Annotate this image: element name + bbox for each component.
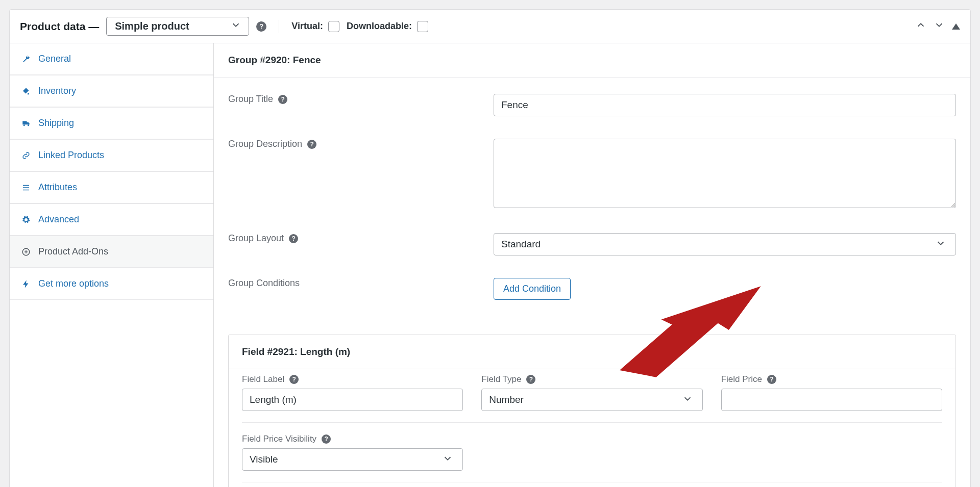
label-field-label: Field Label	[242, 374, 284, 385]
chevron-down-icon	[442, 453, 453, 467]
help-icon[interactable]: ?	[307, 140, 316, 149]
tab-label: Inventory	[38, 86, 76, 96]
field-card: Field #2921: Length (m) Field Label? Fie…	[228, 335, 956, 487]
row-group-conditions: Group Conditions Add Condition	[228, 267, 956, 311]
price-visibility-select[interactable]: Visible	[242, 448, 463, 471]
label-group-description: Group Description	[228, 139, 302, 149]
panel-body: General Inventory Shipping Linked Produc…	[10, 43, 970, 487]
tab-label: Linked Products	[38, 150, 104, 161]
tab-label: Product Add-Ons	[38, 246, 108, 257]
chevron-down-icon	[935, 238, 946, 251]
gear-icon	[21, 215, 31, 225]
tab-label: General	[38, 54, 71, 64]
downloadable-label: Downloadable:	[347, 21, 412, 32]
help-icon[interactable]: ?	[526, 375, 535, 384]
virtual-label: Virtual:	[291, 21, 323, 32]
chevron-down-icon	[230, 19, 241, 33]
field-heading: Field #2921: Length (m)	[229, 335, 955, 369]
chevron-down-icon	[682, 393, 693, 407]
label-group-layout: Group Layout	[228, 233, 284, 244]
help-icon[interactable]: ?	[767, 375, 776, 384]
group-title-input[interactable]	[494, 94, 956, 116]
plus-circle-icon	[21, 247, 31, 257]
bolt-icon	[21, 279, 31, 289]
field-label-input[interactable]	[242, 389, 463, 411]
chevron-up-icon[interactable]	[915, 19, 926, 33]
help-icon[interactable]: ?	[322, 434, 331, 444]
field-row-3: Required Field? ? Flat Rate? ?	[242, 482, 942, 487]
group-layout-value: Standard	[501, 239, 541, 250]
downloadable-toggle[interactable]: Downloadable:	[347, 21, 428, 32]
tab-advanced[interactable]: Advanced	[10, 203, 213, 236]
panel-head-controls	[915, 19, 960, 33]
tab-label: Get more options	[38, 278, 109, 289]
panel-title: Product data —	[20, 20, 99, 33]
truck-icon	[21, 118, 31, 129]
tab-linked-products[interactable]: Linked Products	[10, 139, 213, 171]
addon-content: Group #2920: Fence Group Title ? Group D…	[214, 43, 970, 487]
wrench-icon	[21, 54, 31, 64]
label-price-visibility: Field Price Visibility	[242, 434, 316, 444]
chevron-down-icon[interactable]	[934, 19, 945, 33]
tab-attributes[interactable]: Attributes	[10, 171, 213, 203]
checkbox-icon	[417, 21, 428, 32]
tab-inventory[interactable]: Inventory	[10, 75, 213, 107]
field-type-value: Number	[489, 394, 524, 405]
row-group-layout: Group Layout ? Standard	[228, 222, 956, 267]
tab-label: Attributes	[38, 182, 77, 193]
help-icon[interactable]: ?	[278, 95, 287, 104]
help-icon[interactable]: ?	[289, 375, 299, 384]
link-icon	[21, 150, 31, 161]
field-row-2: Field Price Visibility? Visible	[242, 422, 942, 471]
row-group-description: Group Description ?	[228, 127, 956, 222]
virtual-toggle[interactable]: Virtual:	[291, 21, 339, 32]
row-group-title: Group Title ?	[228, 83, 956, 127]
help-icon[interactable]: ?	[256, 21, 266, 32]
tab-label: Shipping	[38, 118, 74, 129]
tab-general[interactable]: General	[10, 43, 213, 75]
field-type-select[interactable]: Number	[481, 389, 702, 411]
checkbox-icon	[328, 21, 339, 32]
product-type-value: Simple product	[115, 20, 189, 32]
tabs-sidebar: General Inventory Shipping Linked Produc…	[10, 43, 214, 487]
label-field-type: Field Type	[481, 374, 521, 385]
group-form: Group Title ? Group Description ?	[214, 78, 970, 316]
group-description-input[interactable]	[494, 139, 956, 208]
product-data-panel: Product data — Simple product ? Virtual:…	[9, 9, 971, 487]
tab-shipping[interactable]: Shipping	[10, 107, 213, 139]
group-layout-select[interactable]: Standard	[494, 233, 956, 255]
fill-icon	[21, 86, 31, 96]
product-type-select[interactable]: Simple product	[106, 17, 249, 36]
add-condition-button[interactable]: Add Condition	[494, 278, 571, 300]
label-group-title: Group Title	[228, 94, 273, 105]
field-row-1: Field Label? Field Type? Number Field Pr…	[242, 374, 942, 411]
triangle-up-icon[interactable]	[952, 23, 960, 30]
field-price-input[interactable]	[721, 389, 942, 411]
price-visibility-value: Visible	[250, 454, 278, 465]
label-field-price: Field Price	[721, 374, 762, 385]
tab-label: Advanced	[38, 214, 79, 225]
tab-get-more-options[interactable]: Get more options	[10, 268, 213, 300]
group-heading: Group #2920: Fence	[214, 43, 970, 78]
panel-header: Product data — Simple product ? Virtual:…	[10, 10, 970, 43]
divider	[279, 20, 279, 33]
help-icon[interactable]: ?	[289, 234, 298, 243]
tab-product-addons[interactable]: Product Add-Ons	[10, 236, 213, 268]
list-icon	[21, 183, 31, 193]
label-group-conditions: Group Conditions	[228, 278, 300, 289]
